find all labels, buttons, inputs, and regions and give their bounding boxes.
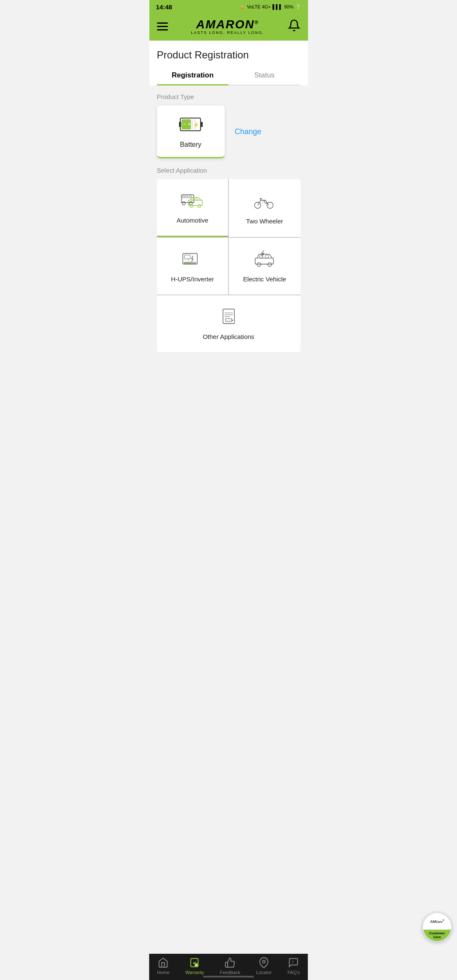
svg-text:+: + xyxy=(188,122,190,127)
app-card-other[interactable]: − + Other Applications xyxy=(157,295,300,352)
tabs-container: Registration Status xyxy=(157,66,300,85)
svg-point-20 xyxy=(198,204,201,207)
svg-point-33 xyxy=(267,263,271,267)
svg-text:+: + xyxy=(188,258,190,262)
svg-text:⚡: ⚡ xyxy=(193,121,199,128)
battery-product-icon: − + ⚡ xyxy=(165,114,216,137)
app-card-two-wheeler[interactable]: Two Wheeler xyxy=(229,179,300,237)
hups-icon: − + xyxy=(181,250,204,270)
svg-rect-28 xyxy=(184,262,191,264)
svg-point-13 xyxy=(182,202,185,205)
app-card-automotive[interactable]: Automotive xyxy=(157,179,228,237)
app-header: AMARON® LASTS LONG, REALLY LONG. xyxy=(149,14,308,41)
battery-level: 90% xyxy=(284,4,293,9)
status-time: 14:48 xyxy=(156,3,172,11)
automotive-icon xyxy=(181,191,204,212)
svg-text:−: − xyxy=(227,319,228,322)
svg-rect-2 xyxy=(179,122,181,127)
svg-text:−: − xyxy=(183,122,186,127)
svg-point-32 xyxy=(257,263,261,267)
app-card-ev[interactable]: Electric Vehicle xyxy=(229,238,300,295)
page-title: Product Registration xyxy=(157,49,300,61)
tab-registration[interactable]: Registration xyxy=(157,66,229,85)
status-bar: 14:48 🔒 VoLTE 4G+ ▌▌▌ 90% 🔋 xyxy=(149,0,308,14)
svg-text:−: − xyxy=(185,258,187,262)
product-card-battery[interactable]: − + ⚡ Battery xyxy=(157,105,225,158)
battery-icon: 🔒 xyxy=(240,4,245,10)
tab-status[interactable]: Status xyxy=(228,66,300,85)
status-icons: 🔒 VoLTE 4G+ ▌▌▌ 90% 🔋 xyxy=(240,4,301,10)
svg-point-22 xyxy=(267,202,273,208)
page-title-container: Product Registration Registration Status xyxy=(149,41,308,85)
svg-rect-1 xyxy=(201,122,203,127)
logo: AMARON® LASTS LONG, REALLY LONG. xyxy=(191,18,264,35)
change-product-button[interactable]: Change xyxy=(235,127,262,136)
signal-bars: ▌▌▌ xyxy=(273,4,282,9)
svg-text:+: + xyxy=(228,319,230,322)
select-application-label: Select Application xyxy=(157,167,300,174)
signal-text: VoLTE 4G+ xyxy=(247,4,271,9)
svg-rect-39 xyxy=(231,320,233,321)
hups-label: H-UPS/Inverter xyxy=(171,275,214,283)
product-card-battery-label: Battery xyxy=(165,141,216,149)
two-wheeler-icon xyxy=(253,192,276,212)
product-type-label: Product Type xyxy=(157,93,300,100)
ev-icon xyxy=(253,250,276,270)
other-label: Other Applications xyxy=(203,333,254,340)
svg-rect-31 xyxy=(265,255,268,258)
notification-bell[interactable] xyxy=(288,19,300,33)
tab-active-indicator xyxy=(157,84,229,85)
product-type-row: − + ⚡ Battery Change xyxy=(157,105,300,158)
application-grid: Automotive Two Wheeler xyxy=(157,179,300,352)
svg-rect-10 xyxy=(182,196,185,198)
logo-text: AMARON xyxy=(196,18,255,31)
logo-registered: ® xyxy=(255,19,259,25)
ev-label: Electric Vehicle xyxy=(243,275,286,283)
menu-button[interactable] xyxy=(157,22,168,30)
other-icon: − + xyxy=(217,307,240,328)
svg-rect-11 xyxy=(186,196,188,198)
logo-tagline: LASTS LONG, REALLY LONG. xyxy=(191,30,264,35)
main-content: Product Type − + xyxy=(149,85,308,360)
two-wheeler-label: Two Wheeler xyxy=(246,217,283,225)
svg-rect-18 xyxy=(195,198,198,200)
app-card-hups[interactable]: − + H-UPS/Inverter xyxy=(157,238,228,295)
battery-indicator: 🔋 xyxy=(295,4,301,10)
automotive-label: Automotive xyxy=(176,217,208,224)
